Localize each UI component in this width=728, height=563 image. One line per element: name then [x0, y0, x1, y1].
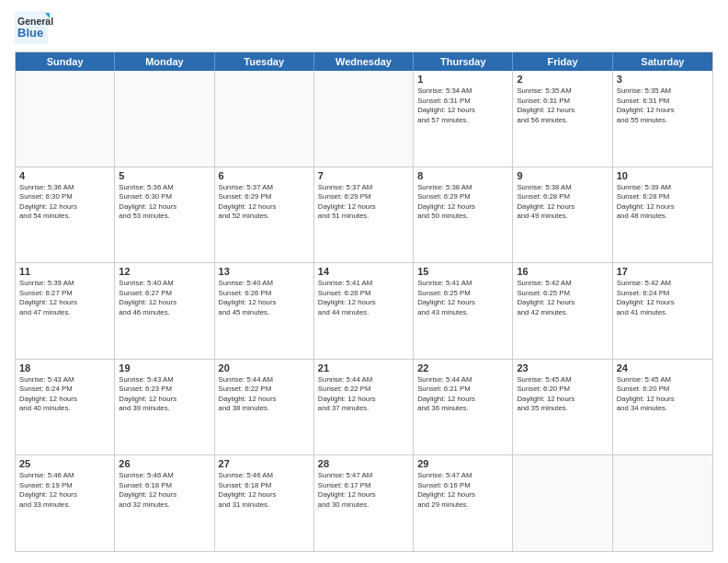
day-number: 6: [219, 170, 310, 181]
cell-info: Sunrise: 5:41 AMSunset: 6:25 PMDaylight:…: [417, 279, 508, 317]
calendar-body: 1Sunrise: 5:34 AMSunset: 6:31 PMDaylight…: [16, 71, 712, 551]
day-number: 28: [318, 458, 409, 469]
cal-cell-10: 10Sunrise: 5:39 AMSunset: 6:28 PMDayligh…: [613, 167, 712, 263]
cal-cell-24: 24Sunrise: 5:45 AMSunset: 6:20 PMDayligh…: [613, 360, 712, 455]
cal-cell-8: 8Sunrise: 5:38 AMSunset: 6:29 PMDaylight…: [414, 167, 513, 263]
cell-info: Sunrise: 5:41 AMSunset: 6:26 PMDaylight:…: [318, 279, 409, 317]
day-number: 12: [119, 266, 210, 277]
cal-cell-empty-2: [215, 71, 314, 167]
cell-info: Sunrise: 5:37 AMSunset: 6:29 PMDaylight:…: [219, 183, 310, 222]
day-number: 2: [517, 74, 608, 85]
cal-header-day-sunday: Sunday: [16, 52, 115, 71]
cal-header-day-saturday: Saturday: [613, 52, 712, 71]
cell-info: Sunrise: 5:47 AMSunset: 6:17 PMDaylight:…: [318, 471, 409, 510]
day-number: 5: [119, 170, 210, 181]
cell-info: Sunrise: 5:44 AMSunset: 6:22 PMDaylight:…: [318, 375, 409, 414]
day-number: 23: [517, 362, 608, 373]
cal-cell-26: 26Sunrise: 5:46 AMSunset: 6:18 PMDayligh…: [115, 455, 214, 551]
day-number: 15: [417, 266, 508, 277]
cal-cell-18: 18Sunrise: 5:43 AMSunset: 6:24 PMDayligh…: [16, 360, 115, 455]
cell-info: Sunrise: 5:44 AMSunset: 6:22 PMDaylight:…: [219, 375, 310, 414]
cell-info: Sunrise: 5:37 AMSunset: 6:29 PMDaylight:…: [318, 183, 409, 222]
cal-cell-25: 25Sunrise: 5:46 AMSunset: 6:19 PMDayligh…: [16, 455, 115, 551]
cal-cell-16: 16Sunrise: 5:42 AMSunset: 6:25 PMDayligh…: [513, 263, 612, 359]
day-number: 3: [617, 74, 709, 85]
cell-info: Sunrise: 5:39 AMSunset: 6:28 PMDaylight:…: [617, 183, 709, 222]
cal-cell-28: 28Sunrise: 5:47 AMSunset: 6:17 PMDayligh…: [314, 455, 414, 551]
cal-cell-14: 14Sunrise: 5:41 AMSunset: 6:26 PMDayligh…: [314, 263, 414, 359]
cal-cell-2: 2Sunrise: 5:35 AMSunset: 6:31 PMDaylight…: [513, 71, 612, 167]
cell-info: Sunrise: 5:38 AMSunset: 6:29 PMDaylight:…: [417, 183, 508, 222]
day-number: 16: [517, 266, 608, 277]
cell-info: Sunrise: 5:44 AMSunset: 6:21 PMDaylight:…: [417, 375, 508, 414]
calendar: SundayMondayTuesdayWednesdayThursdayFrid…: [15, 52, 713, 552]
cell-info: Sunrise: 5:46 AMSunset: 6:19 PMDaylight:…: [19, 471, 110, 510]
cal-cell-11: 11Sunrise: 5:39 AMSunset: 6:27 PMDayligh…: [16, 263, 115, 359]
cal-header-day-friday: Friday: [513, 52, 612, 71]
cell-info: Sunrise: 5:45 AMSunset: 6:20 PMDaylight:…: [617, 375, 709, 414]
cal-cell-21: 21Sunrise: 5:44 AMSunset: 6:22 PMDayligh…: [314, 360, 414, 455]
cell-info: Sunrise: 5:36 AMSunset: 6:30 PMDaylight:…: [119, 183, 210, 222]
cal-cell-5: 5Sunrise: 5:36 AMSunset: 6:30 PMDaylight…: [115, 167, 214, 263]
cell-info: Sunrise: 5:40 AMSunset: 6:26 PMDaylight:…: [219, 279, 310, 317]
cal-cell-17: 17Sunrise: 5:42 AMSunset: 6:24 PMDayligh…: [613, 263, 712, 359]
cal-cell-29: 29Sunrise: 5:47 AMSunset: 6:16 PMDayligh…: [414, 455, 513, 551]
cal-cell-6: 6Sunrise: 5:37 AMSunset: 6:29 PMDaylight…: [215, 167, 314, 263]
logo-svg: General Blue: [15, 11, 79, 44]
cal-cell-empty-1: [115, 71, 214, 167]
cell-info: Sunrise: 5:35 AMSunset: 6:31 PMDaylight:…: [517, 86, 608, 125]
cell-info: Sunrise: 5:46 AMSunset: 6:18 PMDaylight:…: [119, 471, 210, 510]
cell-info: Sunrise: 5:40 AMSunset: 6:27 PMDaylight:…: [119, 279, 210, 317]
cell-info: Sunrise: 5:39 AMSunset: 6:27 PMDaylight:…: [19, 279, 110, 317]
cal-cell-22: 22Sunrise: 5:44 AMSunset: 6:21 PMDayligh…: [414, 360, 513, 455]
day-number: 11: [19, 266, 110, 277]
day-number: 19: [119, 362, 210, 373]
cell-info: Sunrise: 5:45 AMSunset: 6:20 PMDaylight:…: [517, 375, 608, 414]
cell-info: Sunrise: 5:47 AMSunset: 6:16 PMDaylight:…: [417, 471, 508, 510]
cal-cell-empty-5: [513, 455, 612, 551]
cell-info: Sunrise: 5:34 AMSunset: 6:31 PMDaylight:…: [417, 86, 508, 125]
cal-header-day-monday: Monday: [115, 52, 214, 71]
cal-cell-empty-3: [314, 71, 414, 167]
cell-info: Sunrise: 5:43 AMSunset: 6:23 PMDaylight:…: [119, 375, 210, 414]
cal-cell-27: 27Sunrise: 5:46 AMSunset: 6:18 PMDayligh…: [215, 455, 314, 551]
cal-week-1: 1Sunrise: 5:34 AMSunset: 6:31 PMDaylight…: [16, 71, 712, 167]
cal-week-3: 11Sunrise: 5:39 AMSunset: 6:27 PMDayligh…: [16, 262, 712, 359]
day-number: 22: [417, 362, 508, 373]
cal-cell-3: 3Sunrise: 5:35 AMSunset: 6:31 PMDaylight…: [613, 71, 712, 167]
day-number: 26: [119, 458, 210, 469]
header: General Blue: [15, 11, 713, 44]
cell-info: Sunrise: 5:43 AMSunset: 6:24 PMDaylight:…: [19, 375, 110, 414]
cell-info: Sunrise: 5:38 AMSunset: 6:28 PMDaylight:…: [517, 183, 608, 222]
logo: General Blue: [15, 11, 79, 44]
cell-info: Sunrise: 5:42 AMSunset: 6:24 PMDaylight:…: [617, 279, 709, 317]
cell-info: Sunrise: 5:46 AMSunset: 6:18 PMDaylight:…: [219, 471, 310, 510]
cal-header-day-wednesday: Wednesday: [314, 52, 414, 71]
day-number: 17: [617, 266, 709, 277]
day-number: 21: [318, 362, 409, 373]
cal-cell-12: 12Sunrise: 5:40 AMSunset: 6:27 PMDayligh…: [115, 263, 214, 359]
svg-text:Blue: Blue: [17, 26, 43, 40]
day-number: 9: [517, 170, 608, 181]
cal-cell-7: 7Sunrise: 5:37 AMSunset: 6:29 PMDaylight…: [314, 167, 414, 263]
calendar-header: SundayMondayTuesdayWednesdayThursdayFrid…: [16, 52, 712, 71]
cal-week-5: 25Sunrise: 5:46 AMSunset: 6:19 PMDayligh…: [16, 454, 712, 551]
cal-header-day-tuesday: Tuesday: [215, 52, 314, 71]
cal-cell-19: 19Sunrise: 5:43 AMSunset: 6:23 PMDayligh…: [115, 360, 214, 455]
day-number: 10: [617, 170, 709, 181]
cal-week-4: 18Sunrise: 5:43 AMSunset: 6:24 PMDayligh…: [16, 359, 712, 455]
day-number: 20: [219, 362, 310, 373]
cal-cell-empty-0: [16, 71, 115, 167]
cell-info: Sunrise: 5:42 AMSunset: 6:25 PMDaylight:…: [517, 279, 608, 317]
cell-info: Sunrise: 5:36 AMSunset: 6:30 PMDaylight:…: [19, 183, 110, 222]
cal-header-day-thursday: Thursday: [414, 52, 513, 71]
day-number: 14: [318, 266, 409, 277]
cal-cell-empty-6: [613, 455, 712, 551]
cal-week-2: 4Sunrise: 5:36 AMSunset: 6:30 PMDaylight…: [16, 167, 712, 263]
day-number: 27: [219, 458, 310, 469]
cal-cell-23: 23Sunrise: 5:45 AMSunset: 6:20 PMDayligh…: [513, 360, 612, 455]
cal-cell-13: 13Sunrise: 5:40 AMSunset: 6:26 PMDayligh…: [215, 263, 314, 359]
day-number: 1: [417, 74, 508, 85]
day-number: 7: [318, 170, 409, 181]
day-number: 18: [19, 362, 110, 373]
